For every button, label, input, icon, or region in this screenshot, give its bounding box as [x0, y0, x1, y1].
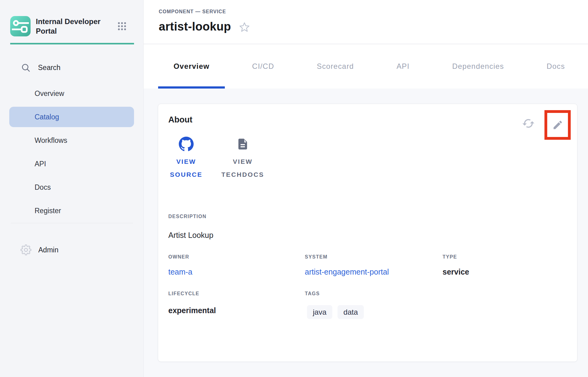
brand: Internal Developer Portal	[10, 16, 105, 36]
system-link[interactable]: artist-engagement-portal	[305, 267, 389, 276]
sidebar-item-overview[interactable]: Overview	[0, 82, 143, 105]
page-title: artist-lookup	[159, 20, 231, 33]
sidebar-item-docs[interactable]: Docs	[0, 176, 143, 199]
owner-link[interactable]: team-a	[168, 267, 192, 276]
search-icon	[21, 63, 31, 72]
tab-api[interactable]: API	[381, 44, 425, 89]
sidebar-item-label: Docs	[35, 183, 51, 192]
tab-label: Docs	[547, 62, 565, 71]
tab-label: CI/CD	[252, 62, 274, 71]
document-icon	[236, 138, 249, 151]
tab-cicd[interactable]: CI/CD	[237, 44, 289, 89]
breadcrumb: COMPONENT — SERVICE	[159, 9, 226, 14]
sidebar-item-register[interactable]: Register	[0, 199, 143, 222]
description-label: DESCRIPTION	[168, 214, 207, 219]
app-title: Internal Developer Portal	[36, 17, 105, 36]
edit-pencil-icon[interactable]	[552, 119, 563, 130]
sidebar-item-api[interactable]: API	[0, 152, 143, 176]
lifecycle-value: experimental	[168, 306, 216, 315]
view-source-link[interactable]: VIEW SOURCE	[168, 136, 204, 181]
favorite-star-button[interactable]	[239, 22, 250, 32]
owner-label: OWNER	[168, 254, 189, 260]
tags-label: TAGS	[305, 291, 320, 296]
entity-tabs: Overview CI/CD Scorecard API Dependencie…	[144, 44, 588, 89]
sidebar-item-label: Register	[35, 207, 61, 215]
tab-overview[interactable]: Overview	[158, 44, 225, 89]
brand-accent-divider	[10, 43, 134, 44]
tab-label: Scorecard	[317, 62, 354, 71]
card-title: About	[168, 115, 192, 125]
description-value: Artist Lookup	[168, 230, 213, 240]
refresh-icon[interactable]	[522, 117, 535, 130]
sidebar-search-label: Search	[38, 64, 61, 72]
sidebar-item-label: Catalog	[35, 113, 59, 121]
tab-label: Dependencies	[452, 62, 504, 71]
app-root: Internal Developer Portal Search Overvie…	[0, 0, 588, 377]
sidebar: Internal Developer Portal Search Overvie…	[0, 0, 144, 377]
tags-row: java data	[307, 305, 364, 319]
tab-scorecard[interactable]: Scorecard	[301, 44, 369, 89]
view-techdocs-label: VIEW TECHDOCS	[219, 155, 267, 181]
apps-grid-icon[interactable]	[117, 22, 127, 31]
lifecycle-label: LIFECYCLE	[168, 291, 200, 296]
type-label: TYPE	[443, 254, 457, 260]
sidebar-item-workflows[interactable]: Workflows	[0, 129, 143, 152]
system-label: SYSTEM	[305, 254, 328, 260]
type-value: service	[443, 267, 469, 276]
sidebar-item-label: API	[35, 160, 46, 168]
tab-content: About VIEW SOURCE	[144, 89, 588, 377]
sidebar-admin-label: Admin	[38, 246, 58, 254]
sidebar-item-label: Workflows	[35, 136, 67, 145]
sidebar-item-label: Overview	[35, 89, 64, 98]
entity-header: COMPONENT — SERVICE artist-lookup	[144, 0, 588, 44]
gear-icon	[20, 244, 32, 255]
tag-chip: java	[307, 305, 332, 319]
view-source-label: VIEW SOURCE	[168, 155, 204, 181]
sidebar-section-divider	[11, 223, 133, 223]
tab-docs[interactable]: Docs	[531, 44, 580, 89]
sidebar-search[interactable]: Search	[0, 60, 143, 75]
sidebar-item-admin[interactable]: Admin	[0, 238, 143, 262]
main-area: COMPONENT — SERVICE artist-lookup Overvi…	[144, 0, 588, 377]
tag-chip: data	[338, 305, 364, 319]
tab-label: Overview	[174, 62, 209, 71]
tab-label: API	[397, 62, 410, 71]
sidebar-item-catalog[interactable]: Catalog	[9, 107, 134, 127]
github-icon	[179, 137, 194, 151]
tab-dependencies[interactable]: Dependencies	[437, 44, 519, 89]
sidebar-nav: Overview Catalog Workflows API Docs Regi…	[0, 82, 143, 222]
about-card: About VIEW SOURCE	[158, 104, 578, 362]
annotation-highlight	[544, 110, 571, 140]
view-techdocs-link[interactable]: VIEW TECHDOCS	[219, 136, 267, 181]
app-logo-icon	[10, 16, 31, 36]
